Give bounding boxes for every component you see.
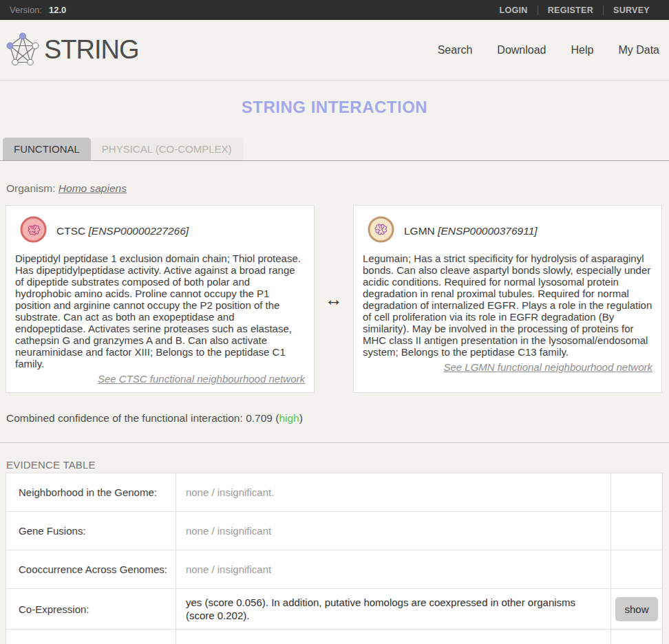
interaction-arrow-cell: ↔	[315, 205, 353, 393]
version-value: 12.0	[49, 5, 66, 15]
tab-physical[interactable]: PHYSICAL (CO-COMPLEX)	[91, 138, 243, 160]
register-link[interactable]: REGISTER	[538, 6, 603, 15]
protein-structure-icon	[20, 216, 47, 246]
evidence-value: none / insignificant	[176, 630, 610, 644]
evidence-action-cell	[610, 630, 662, 644]
evidence-label: Experimental/Biochemical Data:	[6, 630, 176, 644]
confidence-label: Combined confidence of the functional in…	[6, 412, 243, 424]
table-row-gene-fusions: Gene Fusions: none / insignificant	[6, 512, 663, 550]
protein-card-ctsc: CTSC [ENSP00000227266] Dipeptidyl peptid…	[6, 205, 315, 393]
table-row-coexpression: Co-Expression: yes (score 0.056). In add…	[6, 589, 663, 630]
organism-line: Organism: Homo sapiens	[6, 182, 669, 195]
logo-text: STRING	[44, 35, 139, 65]
evidence-action-cell: show	[610, 589, 662, 630]
confidence-level: high	[279, 412, 299, 424]
account-links: LOGIN REGISTER SURVEY	[490, 6, 659, 15]
protein-name: LGMN [ENSP00000376911]	[404, 225, 538, 237]
ctsc-network-link[interactable]: See CTSC functional neighbourhood networ…	[98, 373, 305, 385]
login-link[interactable]: LOGIN	[490, 6, 538, 15]
evidence-action-cell	[610, 512, 662, 550]
top-bar: Version: 12.0 LOGIN REGISTER SURVEY	[0, 0, 669, 20]
string-network-icon	[6, 32, 40, 68]
confidence-score: 0.709	[246, 412, 273, 424]
section-divider	[0, 442, 669, 443]
paren: )	[299, 412, 303, 424]
evidence-table: Neighborhood in the Genome: none / insig…	[6, 473, 663, 644]
protein-description: Dipeptidyl peptidase 1 exclusion domain …	[15, 253, 305, 369]
evidence-label: Neighborhood in the Genome:	[6, 473, 176, 512]
evidence-action-cell	[610, 473, 662, 512]
version-info: Version: 12.0	[10, 5, 66, 15]
string-logo[interactable]: STRING	[6, 32, 139, 68]
protein-ensembl-id: [ENSP00000227266]	[89, 225, 189, 237]
page-title: STRING INTERACTION	[0, 98, 669, 117]
evidence-action-cell	[610, 550, 662, 589]
evidence-label: Gene Fusions:	[6, 512, 176, 550]
nav-search[interactable]: Search	[438, 44, 473, 56]
table-row-neighborhood: Neighborhood in the Genome: none / insig…	[6, 473, 663, 512]
version-label: Version:	[10, 5, 42, 15]
main-nav: Search Download Help My Data	[438, 44, 659, 56]
organism-label: Organism:	[6, 182, 56, 194]
show-button[interactable]: show	[615, 597, 657, 621]
table-row-cooccurrence: Cooccurrence Across Genomes: none / insi…	[6, 550, 663, 589]
evidence-label: Cooccurrence Across Genomes:	[6, 550, 176, 589]
evidence-value: none / insignificant	[176, 512, 610, 550]
evidence-label: Co-Expression:	[6, 589, 176, 630]
organism-link[interactable]: Homo sapiens	[59, 182, 127, 194]
protein-card-header: LGMN [ENSP00000376911]	[368, 216, 652, 246]
protein-structure-icon	[368, 216, 394, 246]
lgmn-network-link[interactable]: See LGMN functional neighbourhood networ…	[443, 361, 652, 373]
tab-bar: FUNCTIONAL PHYSICAL (CO-COMPLEX)	[0, 138, 669, 161]
survey-link[interactable]: SURVEY	[604, 6, 659, 15]
protein-symbol: CTSC	[56, 225, 85, 237]
protein-card-header: CTSC [ENSP00000227266]	[20, 216, 305, 246]
header: STRING Search Download Help My Data	[0, 20, 669, 80]
combined-confidence: Combined confidence of the functional in…	[6, 412, 669, 425]
bidirectional-arrow-icon: ↔	[325, 290, 343, 308]
nav-my-data[interactable]: My Data	[618, 44, 659, 56]
protein-description: Legumain; Has a strict specificity for h…	[363, 253, 652, 358]
protein-card-lgmn: LGMN [ENSP00000376911] Legumain; Has a s…	[353, 205, 662, 393]
evidence-table-heading: EVIDENCE TABLE	[6, 459, 669, 471]
protein-ensembl-id: [ENSP00000376911]	[438, 225, 538, 237]
protein-cards: CTSC [ENSP00000227266] Dipeptidyl peptid…	[6, 205, 663, 393]
table-row-experimental: Experimental/Biochemical Data: none / in…	[6, 630, 663, 644]
evidence-value: yes (score 0.056). In addition, putative…	[176, 589, 610, 630]
evidence-value: none / insignificant	[176, 550, 610, 589]
evidence-value: none / insignificant.	[176, 473, 610, 512]
protein-name: CTSC [ENSP00000227266]	[56, 225, 189, 237]
protein-symbol: LGMN	[404, 225, 435, 237]
card-link-row: See CTSC functional neighbourhood networ…	[15, 373, 305, 385]
nav-download[interactable]: Download	[497, 44, 546, 56]
nav-help[interactable]: Help	[571, 44, 594, 56]
card-link-row: See LGMN functional neighbourhood networ…	[363, 361, 652, 374]
tab-functional[interactable]: FUNCTIONAL	[3, 138, 91, 160]
